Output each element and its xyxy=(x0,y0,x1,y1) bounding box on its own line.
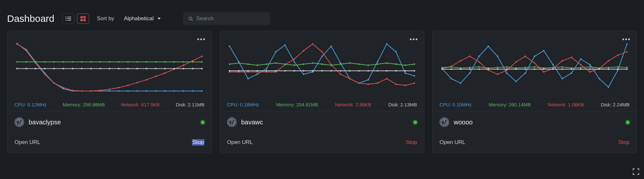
more-menu-button[interactable]: ••• xyxy=(410,36,418,43)
svg-point-178 xyxy=(386,70,388,72)
svg-point-103 xyxy=(275,51,277,53)
stop-button[interactable]: Stop xyxy=(192,139,204,146)
svg-point-214 xyxy=(525,56,526,57)
svg-point-92 xyxy=(174,68,175,69)
open-url-link[interactable]: Open URL xyxy=(227,139,253,146)
svg-point-254 xyxy=(506,68,508,70)
svg-point-84 xyxy=(99,68,101,69)
svg-point-39 xyxy=(72,90,73,91)
more-menu-button[interactable]: ••• xyxy=(197,36,206,43)
svg-point-260 xyxy=(562,68,563,70)
svg-point-49 xyxy=(164,72,166,74)
svg-point-101 xyxy=(257,74,258,75)
svg-point-37 xyxy=(53,82,55,84)
svg-point-90 xyxy=(155,68,156,69)
more-menu-button[interactable]: ••• xyxy=(622,36,631,43)
svg-point-33 xyxy=(16,43,18,44)
search-box[interactable] xyxy=(183,12,270,25)
grid-view-button[interactable] xyxy=(77,13,89,24)
svg-point-218 xyxy=(562,60,563,62)
svg-point-226 xyxy=(441,67,443,68)
svg-point-75 xyxy=(16,68,18,69)
svg-point-255 xyxy=(515,68,517,70)
svg-point-55 xyxy=(25,61,27,63)
card-actions: Open URL Stop xyxy=(432,133,637,153)
site-card: ••• CPU: 0.18MHz Memory: 254.81MB Networ… xyxy=(220,31,424,153)
svg-point-58 xyxy=(53,61,55,63)
svg-point-138 xyxy=(404,85,406,86)
svg-point-258 xyxy=(543,68,545,70)
fullscreen-button[interactable] xyxy=(632,168,639,175)
svg-point-144 xyxy=(266,63,267,65)
svg-point-27 xyxy=(155,90,156,92)
svg-rect-9 xyxy=(83,19,86,21)
svg-point-160 xyxy=(414,63,415,65)
svg-point-163 xyxy=(247,70,249,72)
svg-point-256 xyxy=(525,68,526,70)
fullscreen-icon xyxy=(632,168,639,175)
svg-point-173 xyxy=(340,70,341,72)
svg-point-207 xyxy=(460,60,461,62)
disk-metric: Disk: 2.13MB xyxy=(388,102,417,107)
svg-point-142 xyxy=(247,63,249,65)
memory-metric: Memory: 258.88MB xyxy=(63,102,105,107)
network-metric: Network: 617.5KB xyxy=(121,102,160,107)
svg-point-89 xyxy=(146,68,147,69)
open-url-link[interactable]: Open URL xyxy=(14,139,40,146)
svg-point-181 xyxy=(414,70,415,72)
stop-button[interactable]: Stop xyxy=(618,139,630,146)
svg-point-179 xyxy=(395,70,397,72)
svg-point-244 xyxy=(608,67,609,68)
header-bar: Dashboard Sort by Alphabetical xyxy=(0,0,644,31)
svg-point-195 xyxy=(543,50,545,51)
svg-point-38 xyxy=(62,87,64,88)
svg-point-59 xyxy=(62,61,64,63)
svg-point-32 xyxy=(201,90,203,92)
svg-point-0 xyxy=(65,17,66,18)
svg-point-233 xyxy=(506,66,508,68)
wordpress-logo xyxy=(440,117,449,127)
svg-point-25 xyxy=(137,90,138,92)
svg-point-230 xyxy=(478,66,480,68)
svg-point-114 xyxy=(377,61,378,63)
svg-point-156 xyxy=(377,63,378,65)
svg-point-241 xyxy=(580,67,582,68)
svg-line-11 xyxy=(192,20,193,21)
stop-button[interactable]: Stop xyxy=(406,139,417,146)
cpu-metric: CPU: 0.12MHz xyxy=(14,102,47,107)
sort-select[interactable]: Alphabetical xyxy=(119,13,166,24)
svg-point-66 xyxy=(127,61,129,63)
list-view-button[interactable] xyxy=(62,13,74,24)
svg-point-154 xyxy=(358,63,360,65)
search-input[interactable] xyxy=(196,15,265,22)
svg-point-54 xyxy=(16,61,18,63)
svg-point-23 xyxy=(118,90,119,92)
svg-point-152 xyxy=(340,63,341,65)
svg-point-63 xyxy=(99,61,101,63)
card-title-row: bavawc xyxy=(220,112,424,133)
svg-point-208 xyxy=(469,56,471,57)
svg-point-28 xyxy=(164,90,166,92)
svg-point-224 xyxy=(617,54,619,56)
svg-point-29 xyxy=(174,90,175,92)
svg-point-24 xyxy=(127,90,129,92)
svg-point-104 xyxy=(284,44,286,46)
svg-point-67 xyxy=(137,61,138,63)
svg-point-126 xyxy=(294,58,295,60)
svg-point-158 xyxy=(395,63,397,65)
svg-point-190 xyxy=(497,56,498,57)
cards-container: ••• CPU: 0.12MHz Memory: 258.88MB Networ… xyxy=(0,31,644,153)
svg-point-10 xyxy=(189,17,192,20)
svg-point-188 xyxy=(478,56,480,57)
svg-point-26 xyxy=(146,90,147,92)
svg-point-88 xyxy=(137,68,138,69)
svg-point-132 xyxy=(349,78,351,79)
svg-point-136 xyxy=(386,78,388,79)
svg-point-141 xyxy=(238,62,240,64)
svg-point-116 xyxy=(395,51,397,53)
svg-point-98 xyxy=(229,46,231,47)
svg-point-56 xyxy=(35,61,36,63)
open-url-link[interactable]: Open URL xyxy=(440,139,465,146)
svg-point-68 xyxy=(146,61,147,63)
list-icon xyxy=(65,16,71,21)
